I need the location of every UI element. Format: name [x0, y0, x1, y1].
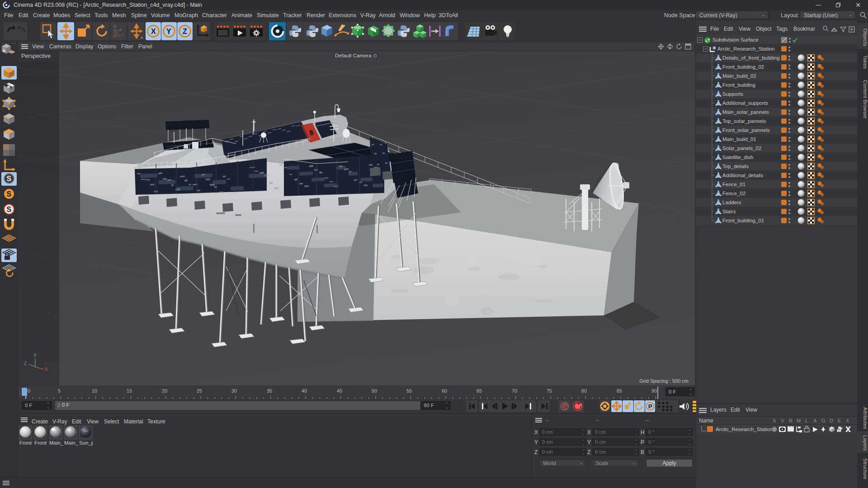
svg-text:R: R: [113, 33, 117, 38]
svg-text:S: S: [7, 190, 12, 198]
svg-text:X: X: [45, 367, 48, 372]
svg-text:Y: Y: [166, 28, 171, 35]
svg-text:S: S: [7, 175, 12, 183]
svg-text:X: X: [151, 28, 156, 35]
svg-text:Z: Z: [24, 361, 27, 366]
svg-text:Z: Z: [183, 28, 187, 35]
svg-text:S: S: [7, 206, 12, 213]
svg-text:Y: Y: [33, 353, 37, 358]
svg-text:P: P: [648, 403, 652, 410]
